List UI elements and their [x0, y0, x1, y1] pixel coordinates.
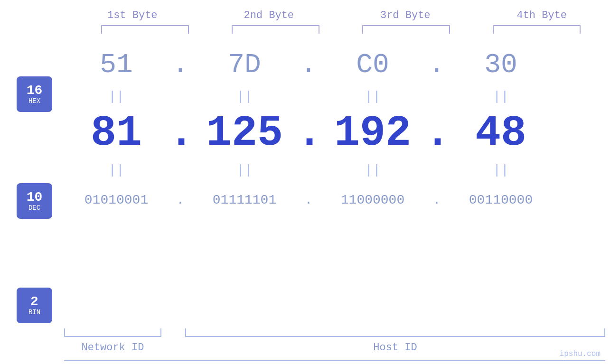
equals-2-b1: ||	[64, 163, 169, 177]
dec-badge: 10 DEC	[17, 183, 52, 219]
bin-row: 01010001 . 01111101 . 11000000 . 0011000…	[64, 181, 610, 219]
hex-b1: 51	[64, 49, 169, 80]
equals-1-b2: ||	[192, 89, 297, 104]
equals-1-b1: ||	[64, 89, 169, 104]
left-badges: 16 HEX 10 DEC 2 BIN	[0, 43, 64, 323]
bottom-section-wrapper: Network ID Host ID Class A	[0, 325, 610, 364]
hex-b4: 30	[449, 49, 553, 80]
byte-headers: 1st Byte 2nd Byte 3rd Byte 4th Byte	[64, 9, 610, 21]
bin-b1: 01010001	[64, 193, 169, 207]
hex-b2: 7D	[192, 49, 297, 80]
hex-dot-3: .	[425, 49, 449, 80]
main-container: 1st Byte 2nd Byte 3rd Byte 4th Byte 16 H…	[0, 0, 610, 364]
dec-dot-2: .	[297, 109, 320, 158]
dec-base-number: 10	[27, 191, 43, 204]
rows-wrapper: 16 HEX 10 DEC 2 BIN 51 . 7D .	[0, 43, 610, 323]
equals-2-b3: ||	[320, 163, 425, 177]
bin-b3: 11000000	[320, 193, 425, 207]
bin-dot-2: .	[297, 193, 320, 207]
bin-dot-1: .	[169, 193, 192, 207]
equals-row-2: || || || ||	[64, 159, 610, 181]
equals-2-b4: ||	[449, 163, 553, 177]
bottom-left-spacer	[0, 325, 64, 364]
hex-dot-1: .	[169, 49, 192, 80]
hex-badge: 16 HEX	[17, 76, 52, 112]
dec-row: 81 . 125 . 192 . 48	[64, 107, 610, 159]
bin-dot-3: .	[425, 193, 449, 207]
bin-base-label: BIN	[28, 308, 40, 316]
bottom-labels-row: Network ID Host ID	[64, 337, 610, 358]
network-id-label: Network ID	[64, 342, 161, 354]
bracket-top-4	[493, 25, 581, 34]
bracket-top-1	[101, 25, 189, 34]
top-brackets	[80, 25, 602, 34]
equals-1-b3: ||	[320, 89, 425, 104]
byte1-header: 1st Byte	[80, 9, 185, 21]
hex-dot-2: .	[297, 49, 320, 80]
hex-row: 51 . 7D . C0 . 30	[64, 43, 610, 86]
bin-badge: 2 BIN	[17, 288, 52, 323]
dec-base-label: DEC	[28, 204, 40, 212]
equals-row-1: || || || ||	[64, 86, 610, 107]
dec-b2: 125	[192, 109, 297, 158]
dec-b3: 192	[320, 109, 425, 158]
equals-1-b4: ||	[449, 89, 553, 104]
bracket-host	[185, 328, 605, 337]
bottom-content: Network ID Host ID Class A	[64, 325, 610, 364]
byte4-header: 4th Byte	[489, 9, 594, 21]
dec-dot-1: .	[169, 109, 192, 158]
dec-dot-3: .	[425, 109, 449, 158]
bracket-top-3	[362, 25, 450, 34]
dec-b1: 81	[64, 109, 169, 158]
dec-b4: 48	[449, 109, 553, 158]
bottom-brackets-row	[64, 325, 610, 337]
bracket-top-2	[232, 25, 319, 34]
hex-b3: C0	[320, 49, 425, 80]
values-columns: 51 . 7D . C0 . 30 || || || || 81	[64, 43, 610, 323]
byte3-header: 3rd Byte	[353, 9, 458, 21]
equals-2-b2: ||	[192, 163, 297, 177]
bin-base-number: 2	[30, 295, 38, 308]
host-id-label: Host ID	[185, 342, 605, 354]
hex-base-number: 16	[27, 84, 43, 97]
bin-b4: 00110000	[449, 193, 553, 207]
class-label: Class A	[64, 361, 610, 364]
bracket-network	[64, 328, 161, 337]
byte2-header: 2nd Byte	[216, 9, 321, 21]
hex-base-label: HEX	[28, 97, 40, 105]
bin-b2: 01111101	[192, 193, 297, 207]
watermark: ipshu.com	[560, 350, 601, 358]
